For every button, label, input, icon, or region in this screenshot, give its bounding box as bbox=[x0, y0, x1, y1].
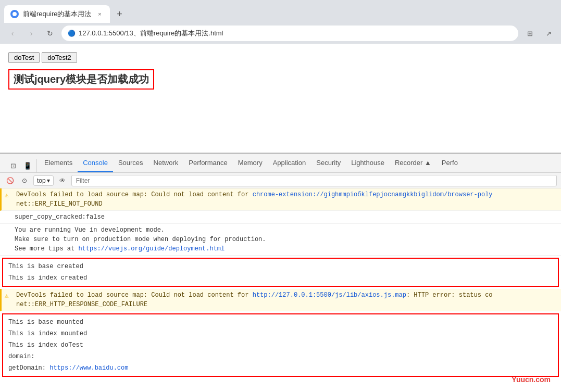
forward-button[interactable]: › bbox=[24, 26, 39, 41]
console-warning-text-2b: net::ERR_HTTP_RESPONSE_CODE_FAILURE bbox=[16, 301, 147, 308]
console-output: ⚠ DevTools failed to load source map: Co… bbox=[0, 188, 561, 392]
translate-button[interactable]: ⊞ bbox=[522, 26, 537, 41]
browser-window: 前端require的基本用法 × + ‹ › ↻ 🔵 127.0.0.1:550… bbox=[0, 0, 561, 389]
console-info-super-copy: super_copy_cracked:false bbox=[0, 211, 561, 224]
vuejs-link[interactable]: https://vuejs.org/guide/deployment.html bbox=[78, 245, 225, 252]
address-bar: ‹ › ↻ 🔵 127.0.0.1:5500/13、前端require的基本用法… bbox=[0, 23, 561, 44]
tab-lighthouse[interactable]: Lighthouse bbox=[346, 154, 390, 172]
axios-link[interactable]: http://127.0.0.1:5500/js/lib/axios.js.ma… bbox=[253, 292, 406, 299]
console-filter-input[interactable] bbox=[71, 175, 557, 186]
context-label: top bbox=[37, 177, 46, 184]
do-test-button[interactable]: doTest bbox=[8, 52, 40, 63]
lock-icon: 🔵 bbox=[68, 30, 76, 37]
console-line-index-dotest: This is index doTest bbox=[6, 339, 555, 351]
tab-elements[interactable]: Elements bbox=[39, 154, 78, 172]
console-line-getdomain: getDomain: https://www.baidu.com bbox=[6, 362, 555, 374]
devtools-panel: ⊡ 📱 Elements Console Sources Network Per… bbox=[0, 153, 561, 389]
eye-icon[interactable]: 👁 bbox=[57, 175, 68, 186]
console-settings-icon[interactable]: ⊙ bbox=[19, 175, 30, 186]
devtools-tab-bar: ⊡ 📱 Elements Console Sources Network Per… bbox=[0, 154, 561, 173]
tab-perf[interactable]: Perfo bbox=[437, 154, 463, 172]
console-group-created: This is base created This is index creat… bbox=[2, 258, 559, 287]
console-warning-text-1b: net::ERR_FILE_NOT_FOUND bbox=[16, 200, 103, 208]
tab-title: 前端require的基本用法 bbox=[23, 9, 91, 19]
page-content: doTest doTest2 测试jquery模块是否加载成功 bbox=[0, 44, 561, 153]
console-text-vue: You are running Vue in development mode.… bbox=[15, 226, 266, 252]
url-text: 127.0.0.1:5500/13、前端require的基本用法.html bbox=[79, 29, 512, 38]
clear-console-icon[interactable]: 🚫 bbox=[4, 175, 16, 186]
console-warning-1: ⚠ DevTools failed to load source map: Co… bbox=[0, 188, 561, 211]
tab-application[interactable]: Application bbox=[268, 154, 311, 172]
url-bar[interactable]: 🔵 127.0.0.1:5500/13、前端require的基本用法.html bbox=[61, 26, 518, 41]
tab-security[interactable]: Security bbox=[311, 154, 346, 172]
context-dropdown-icon: ▾ bbox=[47, 177, 50, 184]
console-text-super-copy: super_copy_cracked:false bbox=[15, 213, 105, 221]
console-toolbar: 🚫 ⊙ top ▾ 👁 bbox=[0, 173, 561, 188]
tab-recorder[interactable]: Recorder ▲ bbox=[390, 154, 437, 172]
do-test2-button[interactable]: doTest2 bbox=[42, 52, 77, 63]
extension-link[interactable]: chrome-extension://gighmmpioбklfepjocnam… bbox=[253, 191, 493, 198]
baidu-link[interactable]: https://www.baidu.com bbox=[49, 364, 128, 372]
tab-network[interactable]: Network bbox=[148, 154, 184, 172]
test-text: 测试jquery模块是否加载成功 bbox=[8, 69, 154, 90]
console-warning-2: ⚠ DevTools failed to load source map: Co… bbox=[0, 289, 561, 311]
tab-favicon bbox=[10, 10, 19, 18]
inspect-element-icon[interactable]: ⊡ bbox=[6, 159, 20, 172]
console-line-index-created: This is index created bbox=[6, 272, 555, 284]
console-info-vue: You are running Vue in development mode.… bbox=[0, 224, 561, 256]
devtools-toolbar-icons: ⊡ 📱 bbox=[4, 159, 37, 172]
console-line-domain: domain: bbox=[6, 351, 555, 362]
console-line-index-mounted: This is index mounted bbox=[6, 328, 555, 339]
new-tab-button[interactable]: + bbox=[112, 7, 127, 21]
watermark: Yuucn.com bbox=[0, 375, 551, 384]
warning-icon-1: ⚠ bbox=[5, 191, 9, 201]
warning-icon-2: ⚠ bbox=[5, 291, 9, 301]
console-group-mounted: This is base mounted This is index mount… bbox=[2, 313, 559, 377]
tab-memory[interactable]: Memory bbox=[233, 154, 268, 172]
context-selector[interactable]: top ▾ bbox=[33, 175, 54, 186]
tab-performance[interactable]: Performance bbox=[183, 154, 232, 172]
console-warning-text-2: DevTools failed to load source map: Coul… bbox=[16, 292, 493, 299]
tab-close-button[interactable]: × bbox=[95, 10, 104, 18]
console-warning-text-1: DevTools failed to load source map: Coul… bbox=[16, 191, 493, 198]
tab-console[interactable]: Console bbox=[78, 154, 113, 172]
browser-tab[interactable]: 前端require的基本用法 × bbox=[4, 5, 110, 23]
tab-sources[interactable]: Sources bbox=[113, 154, 148, 172]
device-toolbar-icon[interactable]: 📱 bbox=[21, 159, 34, 172]
back-button[interactable]: ‹ bbox=[5, 26, 20, 41]
console-line-base-created: This is base created bbox=[6, 261, 555, 272]
tab-bar: 前端require的基本用法 × + bbox=[0, 0, 561, 23]
share-button[interactable]: ↗ bbox=[541, 26, 556, 41]
console-line-base-mounted: This is base mounted bbox=[6, 317, 555, 328]
page-buttons: doTest doTest2 bbox=[8, 52, 553, 63]
refresh-button[interactable]: ↻ bbox=[43, 26, 57, 41]
